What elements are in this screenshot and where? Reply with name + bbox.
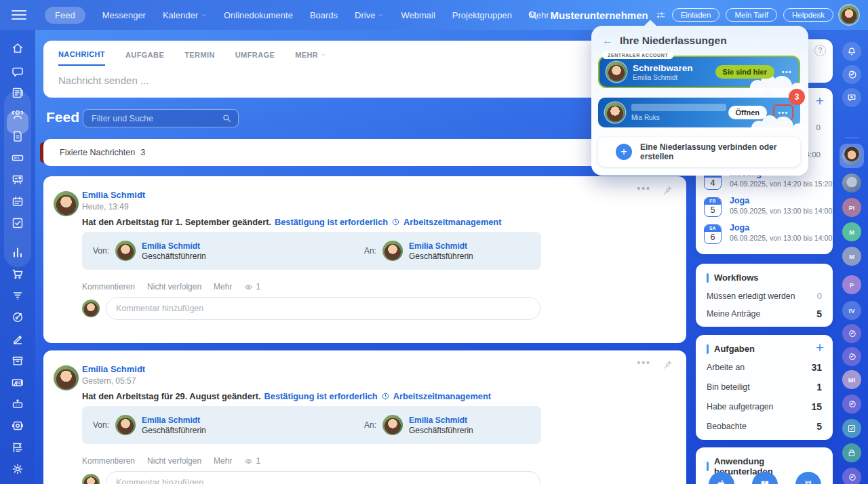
post-author-name[interactable]: Emilia Schmidt: [82, 364, 145, 374]
message-input[interactable]: Nachricht senden ...: [43, 66, 686, 86]
from-avatar[interactable]: [115, 241, 136, 261]
add-task-button[interactable]: +: [816, 340, 824, 356]
search-icon[interactable]: [222, 113, 232, 123]
back-arrow-icon[interactable]: ←: [602, 35, 613, 47]
home-icon[interactable]: [11, 41, 24, 55]
workflow-icon[interactable]: [11, 441, 24, 454]
post-author-name[interactable]: Emilia Schmidt: [82, 190, 145, 200]
ai-assistant-icon[interactable]: [11, 397, 24, 411]
sign-pen-icon[interactable]: [11, 332, 24, 346]
shop-cart-icon[interactable]: [11, 267, 24, 281]
calendar-event[interactable]: SA6 Joga 06.09.2025, von 13:00 bis 14:00: [704, 224, 826, 245]
comment-action[interactable]: Kommentieren: [82, 456, 135, 466]
branch-card-other[interactable]: Mia Ruks Öffnen ••• 3: [598, 98, 800, 127]
to-name[interactable]: Emilia Schmidt: [409, 241, 473, 251]
comment-action[interactable]: Kommentieren: [82, 282, 135, 291]
notifications-bell-icon[interactable]: [842, 42, 861, 61]
nav-projektgruppen[interactable]: Projektgruppen: [452, 10, 512, 20]
feed-icon[interactable]: [11, 86, 24, 100]
nav-feed[interactable]: Feed: [45, 7, 85, 24]
confirm-link[interactable]: Bestätigung ist erforderlich: [264, 391, 378, 401]
filter-sliders-icon[interactable]: [656, 10, 666, 20]
from-name[interactable]: Emilia Schmidt: [142, 416, 206, 425]
post-author-avatar[interactable]: [54, 365, 79, 390]
open-branch-button[interactable]: Öffnen: [728, 106, 767, 119]
chat-badge[interactable]: PI: [842, 198, 861, 217]
calendar-icon[interactable]: [11, 195, 24, 208]
chat-badge[interactable]: IV: [842, 301, 861, 320]
contact-center-icon[interactable]: [11, 376, 24, 389]
comment-input[interactable]: [106, 297, 540, 320]
post-author-avatar[interactable]: [54, 191, 79, 216]
mein-tarif-button[interactable]: Mein Tarif: [726, 8, 777, 22]
worktime-link[interactable]: Arbeitszeitmanagement: [403, 217, 501, 227]
boards-icon[interactable]: [11, 173, 24, 186]
calendar-event[interactable]: FR5 Joga 05.09.2025, von 13:00 bis 14:00: [704, 197, 826, 218]
crm-funnel-icon[interactable]: [11, 289, 24, 302]
nav-drive[interactable]: Drive: [355, 10, 384, 20]
copilot-chat-icon[interactable]: [842, 347, 861, 366]
task-row[interactable]: Habe aufgetragen15: [707, 401, 822, 412]
chat-badge[interactable]: P: [842, 275, 861, 294]
workflow-row[interactable]: Meine Anträge 5: [707, 308, 822, 319]
more-action[interactable]: Mehr: [214, 456, 232, 466]
pinned-messages-bar[interactable]: Fixierte Nachrichten 3: [43, 139, 686, 166]
nav-webmail[interactable]: Webmail: [401, 10, 435, 20]
event-title[interactable]: Joga: [730, 223, 749, 233]
to-avatar[interactable]: [382, 415, 403, 435]
user-avatar[interactable]: [840, 5, 859, 24]
from-name[interactable]: Emilia Schmidt: [142, 241, 206, 251]
settings-gear-icon[interactable]: [11, 462, 24, 476]
chat-avatar[interactable]: [842, 174, 861, 193]
tab-aufgabe[interactable]: AUFGABE: [125, 50, 164, 66]
add-event-button[interactable]: +: [816, 93, 824, 109]
copilot-icon[interactable]: [842, 65, 861, 84]
company-icon[interactable]: [11, 354, 24, 367]
chart-icon[interactable]: [11, 245, 24, 259]
copilot-chat-icon[interactable]: [842, 395, 861, 414]
lock-icon[interactable]: [842, 443, 861, 462]
to-name[interactable]: Emilia Schmidt: [409, 416, 473, 425]
unfollow-action[interactable]: Nicht verfolgen: [147, 282, 201, 291]
chat-badge[interactable]: M: [842, 222, 861, 241]
comment-input[interactable]: [106, 471, 540, 484]
branch-menu-icon[interactable]: •••: [782, 68, 792, 76]
chat-forward-icon[interactable]: [842, 88, 861, 107]
event-title[interactable]: Joga: [730, 196, 749, 205]
add-branch-button[interactable]: + Eine Niederlassung verbinden oder erst…: [598, 137, 800, 167]
document-icon[interactable]: [11, 129, 24, 143]
chat-badge[interactable]: MI: [842, 370, 861, 389]
tab-nachricht[interactable]: NACHRICHT: [58, 50, 105, 66]
chat-avatar[interactable]: [842, 146, 861, 165]
confirm-link[interactable]: Bestätigung ist erforderlich: [275, 217, 388, 227]
tab-termin[interactable]: TERMIN: [184, 50, 215, 66]
drive-icon[interactable]: [11, 151, 24, 165]
workflow-row[interactable]: Müssen erledigt werden 0: [707, 291, 822, 301]
pin-icon[interactable]: [663, 359, 673, 369]
to-avatar[interactable]: [382, 241, 403, 261]
messenger-icon[interactable]: [11, 65, 24, 79]
nav-boards[interactable]: Boards: [310, 10, 338, 20]
search-icon[interactable]: [527, 9, 538, 21]
unfollow-action[interactable]: Nicht verfolgen: [147, 456, 201, 466]
einladen-button[interactable]: Einladen: [672, 8, 720, 22]
nav-messenger[interactable]: Messenger: [102, 10, 146, 20]
post-menu-icon[interactable]: •••: [637, 183, 651, 194]
branch-card-current[interactable]: ZENTRALER ACCOUNT Schreibwaren Emilia Sc…: [598, 56, 800, 88]
portal-name[interactable]: Musterunternehmen: [550, 9, 648, 21]
copilot-chat-icon[interactable]: [842, 324, 861, 343]
tab-mehr[interactable]: MEHR: [295, 50, 326, 66]
chat-badge[interactable]: M: [842, 247, 861, 266]
nav-onlinedokumente[interactable]: Onlinedokumente: [224, 10, 293, 20]
worktime-link[interactable]: Arbeitszeitmanagement: [393, 391, 491, 401]
people-icon[interactable]: [11, 108, 24, 121]
more-action[interactable]: Mehr: [214, 282, 232, 291]
tasks-icon[interactable]: [11, 216, 24, 230]
task-row[interactable]: Beobachte5: [707, 421, 822, 432]
task-row[interactable]: Bin beteiligt1: [707, 382, 822, 392]
robot-icon[interactable]: [11, 419, 24, 432]
copilot-chat-icon[interactable]: [842, 468, 861, 484]
filter-search-input[interactable]: [83, 114, 222, 123]
nav-kalender[interactable]: Kalender: [163, 10, 207, 20]
marketing-target-icon[interactable]: [11, 310, 24, 324]
